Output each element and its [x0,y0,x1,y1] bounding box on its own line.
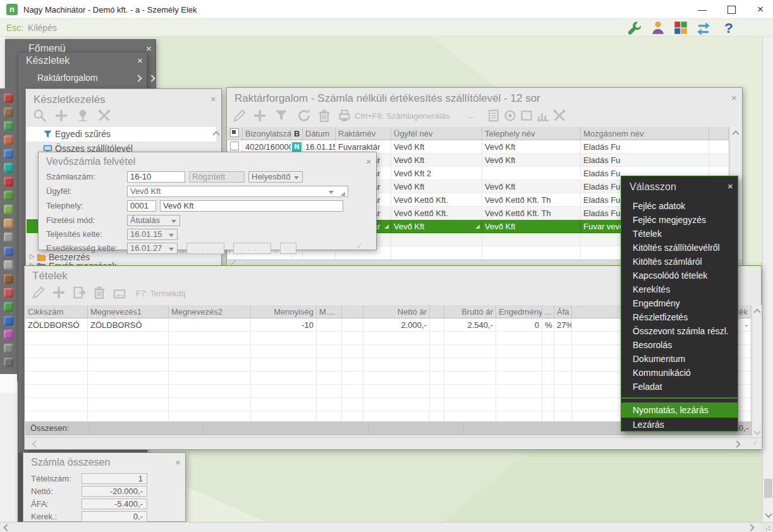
module-icon[interactable] [4,219,13,228]
items-vscrollbar[interactable] [752,305,762,438]
column-header[interactable] [709,127,729,140]
cell[interactable] [317,385,342,398]
cell[interactable] [542,385,554,398]
menu-item[interactable]: Kapcsolódó tételek [621,269,738,282]
module-icon[interactable] [4,107,13,117]
menu-item[interactable]: Kommunikáció [621,366,738,380]
cell[interactable] [25,398,88,411]
module-icon[interactable] [4,163,13,172]
column-header[interactable]: Ügyfél név [391,127,482,140]
menu-item[interactable]: Kitöltés számláról [621,255,738,269]
add-icon[interactable] [51,285,66,300]
cell-telephely[interactable]: Vevő Kettő Kft. Th [482,207,581,220]
extra-date-input-2[interactable]: . . [233,243,271,254]
menu-item[interactable]: Feladat [621,380,738,394]
cell[interactable] [496,372,542,385]
cell-ugyfel[interactable]: Vevő Kft [391,140,482,154]
column-header[interactable]: Cikkszám [25,305,88,318]
esc-shortcut-label[interactable]: Esc: [6,23,23,33]
column-header[interactable] [430,305,444,318]
cell[interactable] [169,358,251,372]
ugyfel-combo[interactable]: Vevő Kft [127,186,348,197]
cell-ugyfel[interactable]: Vevő Kft◢ [391,220,482,233]
user-icon[interactable] [650,20,666,36]
column-header[interactable]: Telephely név [482,127,581,140]
column-header[interactable] [228,127,243,140]
delete-icon[interactable] [317,108,332,123]
szamlaszam-input[interactable]: 16-10 [127,171,185,183]
menu-item[interactable]: Fejléc megjegyzés [621,213,738,227]
cell[interactable] [542,345,554,358]
cell[interactable] [542,398,554,411]
filter-icon[interactable] [274,108,289,123]
cell[interactable] [554,358,572,372]
cell[interactable] [430,372,444,385]
cell[interactable] [25,372,88,385]
module-icon[interactable] [4,149,13,159]
cell[interactable] [444,385,496,398]
raktarforgalom-close-icon[interactable]: × [731,92,737,103]
column-header[interactable]: Áfa [554,305,572,318]
vscrollbar-thumb[interactable] [764,479,772,498]
cell[interactable] [88,398,169,411]
edit-icon[interactable] [232,108,247,123]
menu-item[interactable]: Lezárás [621,418,738,432]
cell[interactable] [169,332,251,345]
cell[interactable] [363,385,430,398]
cell[interactable]: 2.540,- [444,318,496,332]
help-icon[interactable]: ? [721,20,737,36]
print-icon[interactable] [337,108,352,123]
cell[interactable] [342,358,363,372]
cell[interactable] [25,385,88,398]
module-icon[interactable] [4,246,13,256]
wrench-icon[interactable] [626,20,643,36]
cell[interactable] [430,318,444,332]
cell-telephely[interactable]: Vevő Kft [482,180,581,193]
product-fee-shortcut[interactable]: F7: Termékdíj [136,289,186,298]
module-icon[interactable] [4,358,13,367]
archive-icon[interactable] [112,285,127,300]
row-checkbox[interactable] [230,142,239,150]
cell-telephely[interactable]: Vevő Kft [482,140,581,154]
frame-icon[interactable] [519,108,534,123]
column-header[interactable]: Mozgásnem név [581,127,709,140]
module-icon[interactable] [4,177,13,186]
cell-extra[interactable] [709,140,729,154]
tree-view-icon[interactable] [75,108,90,123]
cell[interactable] [169,318,251,332]
select-all-checkbox[interactable] [230,128,239,137]
cell[interactable] [444,345,496,358]
cell[interactable] [342,372,363,385]
modules-grid-icon[interactable] [673,20,689,36]
cell[interactable] [317,398,342,411]
cell-telephely[interactable] [482,233,581,246]
cell[interactable] [169,385,251,398]
cell[interactable] [251,385,317,398]
column-header[interactable]: Dátum [303,127,336,140]
valasszon-close-icon[interactable]: × [727,181,733,191]
resize-corner[interactable] [762,522,773,532]
teljesites-date-dropdown[interactable]: 16.01.15 [127,229,178,240]
cell[interactable] [496,385,542,398]
keszletkezeles-close-icon[interactable]: × [210,94,216,104]
menu-item[interactable]: Tételek [621,227,738,241]
more-actions[interactable]: ... [467,109,475,120]
szamla-osszesen-close-icon[interactable]: × [175,457,181,468]
column-header[interactable]: Engedmény [496,305,542,318]
delete-icon[interactable] [92,285,107,300]
app-vscrollbar[interactable] [762,37,773,522]
cell[interactable] [430,358,444,372]
cell[interactable] [88,372,169,385]
column-header[interactable]: Nettó ár [363,305,430,318]
ugyfel-detail-marker-icon[interactable]: ◢ [341,190,345,196]
menu-item[interactable]: Dokumentum [621,352,738,366]
cell[interactable] [25,332,88,345]
cell[interactable] [251,372,317,385]
menu-item-raktarforgalom[interactable]: Raktárforgalom [18,70,147,87]
menu-item[interactable]: Kerekítés [621,282,738,296]
cell[interactable] [496,345,542,358]
column-header[interactable]: Mennyiség [251,305,317,318]
app-hscrollbar[interactable] [0,522,762,532]
cell[interactable] [342,398,363,411]
cell[interactable] [444,332,496,345]
